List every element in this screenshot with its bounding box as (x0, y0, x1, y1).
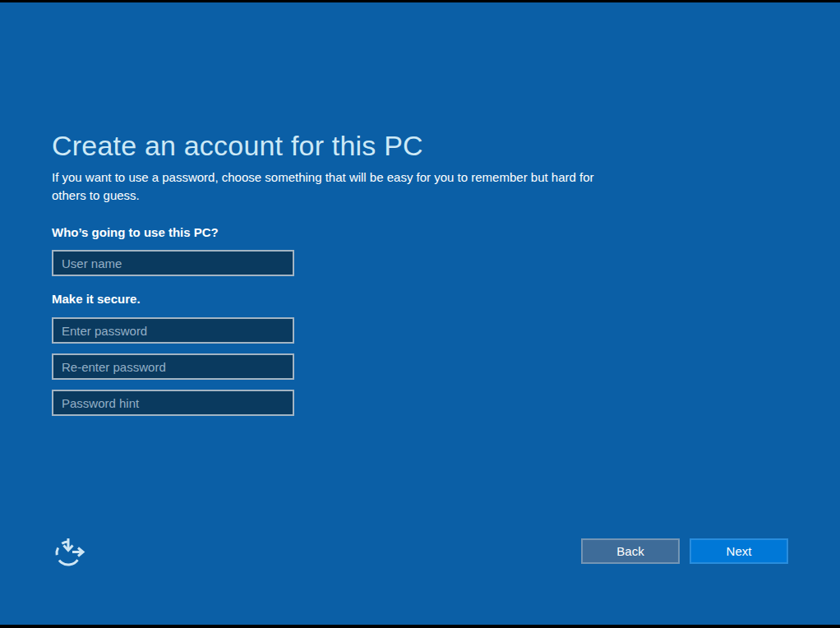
next-button[interactable]: Next (690, 538, 788, 564)
username-label: Who’s going to use this PC? (52, 225, 219, 239)
oobe-create-account-screen: Create an account for this PC If you wan… (0, 0, 840, 628)
reenter-password-input[interactable] (52, 353, 294, 380)
intro-line-2: others to guess. (52, 187, 594, 205)
back-button[interactable]: Back (581, 538, 680, 564)
password-input[interactable] (52, 317, 294, 344)
letterbox-bottom (0, 625, 840, 628)
make-it-secure-label: Make it secure. (52, 292, 141, 306)
ease-of-access-button[interactable] (52, 531, 91, 572)
ease-of-access-icon (52, 531, 91, 572)
intro-line-1: If you want to use a password, choose so… (52, 169, 594, 187)
letterbox-top (0, 0, 840, 2)
intro-text: If you want to use a password, choose so… (52, 169, 594, 205)
page-title: Create an account for this PC (52, 130, 423, 162)
username-input[interactable] (52, 250, 294, 276)
password-hint-input[interactable] (52, 390, 294, 416)
